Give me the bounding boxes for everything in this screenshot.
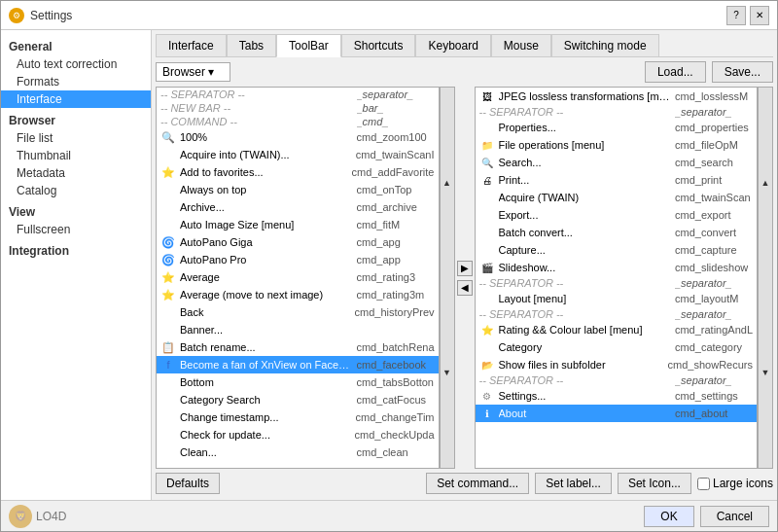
right-list-item[interactable]: Layout [menu] cmd_layoutM: [476, 290, 758, 307]
tab-mouse[interactable]: Mouse: [491, 34, 551, 56]
scroll-down-btn[interactable]: ▼: [441, 278, 454, 469]
logo-icon: 🦁: [9, 505, 32, 528]
scroll-up-right-btn[interactable]: ▲: [759, 88, 772, 278]
sidebar-item-file-list[interactable]: File list: [1, 129, 151, 147]
right-scroll: ▲ ▼: [758, 87, 773, 469]
tab-keyboard[interactable]: Keyboard: [415, 34, 490, 56]
right-list-item[interactable]: -- SEPARATOR -- _separator_: [476, 373, 758, 387]
arrow-right-btn[interactable]: ▶: [457, 261, 473, 276]
sidebar-item-catalog[interactable]: Catalog: [1, 182, 151, 199]
sidebar-section-integration[interactable]: Integration: [1, 242, 151, 260]
set-command-button[interactable]: Set command...: [426, 473, 529, 494]
bottom-right-btns: Set command... Set label... Set Icon... …: [426, 473, 773, 494]
right-list-item[interactable]: Capture... cmd_capture: [476, 241, 758, 259]
list-item[interactable]: Bottom cmd_tabsBotton: [157, 373, 439, 391]
large-icons-checkbox[interactable]: [697, 478, 710, 490]
right-list-item[interactable]: 🖨 Print... cmd_print: [476, 171, 758, 189]
list-item[interactable]: -- NEW BAR -- _bar_: [157, 101, 439, 115]
list-item[interactable]: Clean... cmd_clean: [157, 443, 439, 461]
list-item[interactable]: -- SEPARATOR -- _separator_: [157, 88, 439, 101]
right-list-item[interactable]: -- SEPARATOR -- _separator_: [476, 105, 758, 119]
sidebar-section-view[interactable]: View: [1, 203, 151, 221]
title-bar: ⚙ Settings ? ✕: [1, 1, 777, 30]
tab-shortcuts[interactable]: Shortcuts: [341, 34, 416, 56]
toolbar-area: Browser ▾ Load... Save...: [156, 61, 773, 83]
right-list-item-about[interactable]: ℹ About cmd_about: [476, 405, 758, 422]
command-list[interactable]: -- SEPARATOR -- _separator_ -- NEW BAR -…: [156, 87, 440, 469]
footer-buttons: OK Cancel: [644, 506, 769, 527]
set-label-button[interactable]: Set label...: [535, 473, 612, 494]
load-button[interactable]: Load...: [645, 61, 706, 83]
list-item[interactable]: 📋 Batch rename... cmd_batchRena: [157, 338, 439, 356]
set-icon-button[interactable]: Set Icon...: [618, 473, 691, 494]
list-item[interactable]: ⭐ Average cmd_rating3: [157, 268, 439, 286]
main-content: General Auto text correction Formats Int…: [1, 30, 777, 500]
scroll-buttons-left: ▲ ▼: [440, 87, 455, 469]
list-item[interactable]: -- COMMAND -- _cmd_: [157, 115, 439, 128]
sidebar-section-general[interactable]: General: [1, 38, 151, 55]
list-item[interactable]: Always on top cmd_onTop: [157, 181, 439, 198]
list-item-category-search[interactable]: Category Search cmd_catFocus: [157, 391, 439, 408]
large-icons-label[interactable]: Large icons: [697, 477, 773, 490]
tab-toolbar[interactable]: ToolBar: [276, 34, 341, 57]
list-item[interactable]: ⭐ Add to favorites... cmd_addFavorite: [157, 163, 439, 181]
list-item-facebook[interactable]: f Become a fan of XnView on Facebook... …: [157, 356, 439, 373]
right-list-item[interactable]: Acquire (TWAIN) cmd_twainScan: [476, 189, 758, 206]
help-button[interactable]: ?: [726, 6, 746, 25]
sidebar-section-browser[interactable]: Browser: [1, 112, 151, 129]
list-item[interactable]: Back cmd_historyPrev: [157, 303, 439, 321]
title-bar-left: ⚙ Settings: [9, 8, 72, 23]
right-list-item[interactable]: 📂 Show files in subfolder cmd_showRecurs: [476, 356, 758, 373]
cancel-button[interactable]: Cancel: [700, 506, 769, 527]
list-item[interactable]: Acquire into (TWAIN)... cmd_twainScanI: [157, 146, 439, 163]
list-item[interactable]: ⭐ Average (move to next image) cmd_ratin…: [157, 286, 439, 303]
list-item[interactable]: Auto Image Size [menu] cmd_fitM: [157, 216, 439, 233]
browser-dropdown[interactable]: Browser ▾: [156, 62, 230, 82]
list-item[interactable]: 🔍 100% cmd_zoom100: [157, 128, 439, 146]
footer: 🦁 LO4D OK Cancel: [1, 500, 777, 531]
right-list-item[interactable]: 🖼 JPEG lossless transformations [menu] c…: [476, 88, 758, 105]
left-panel: -- SEPARATOR -- _separator_ -- NEW BAR -…: [156, 87, 455, 469]
sidebar-item-metadata[interactable]: Metadata: [1, 164, 151, 182]
right-list-item[interactable]: 🔍 Search... cmd_search: [476, 154, 758, 171]
right-list-item[interactable]: -- SEPARATOR -- _separator_: [476, 307, 758, 321]
tab-tabs[interactable]: Tabs: [227, 34, 276, 56]
bottom-bar: Defaults Set command... Set label... Set…: [156, 469, 773, 496]
right-panel: 🖼 JPEG lossless transformations [menu] c…: [475, 87, 774, 469]
right-command-list[interactable]: 🖼 JPEG lossless transformations [menu] c…: [475, 87, 759, 469]
save-button[interactable]: Save...: [712, 61, 773, 83]
list-item[interactable]: Banner...: [157, 321, 439, 338]
list-item[interactable]: Archive... cmd_archive: [157, 198, 439, 216]
right-list-item[interactable]: ⚙ Settings... cmd_settings: [476, 387, 758, 405]
app-icon: ⚙: [9, 8, 24, 23]
right-list-item[interactable]: Properties... cmd_properties: [476, 119, 758, 136]
right-list-item[interactable]: Category cmd_category: [476, 338, 758, 356]
sidebar-item-interface[interactable]: Interface: [1, 90, 151, 108]
ok-button[interactable]: OK: [644, 506, 693, 527]
arrow-left-btn[interactable]: ◀: [457, 280, 473, 296]
sidebar-item-thumbnail[interactable]: Thumbnail: [1, 147, 151, 164]
right-list-item[interactable]: 📁 File operations [menu] cmd_fileOpM: [476, 136, 758, 154]
scroll-down-right-btn[interactable]: ▼: [759, 278, 772, 469]
right-list-item[interactable]: 🎬 Slideshow... cmd_slideshow: [476, 259, 758, 276]
right-list-item[interactable]: Batch convert... cmd_convert: [476, 224, 758, 241]
scroll-up-btn[interactable]: ▲: [441, 88, 454, 278]
right-list-item[interactable]: Export... cmd_export: [476, 206, 758, 224]
sidebar-item-auto-text-correction[interactable]: Auto text correction: [1, 55, 151, 73]
title-bar-buttons: ? ✕: [726, 6, 769, 25]
sidebar-item-fullscreen[interactable]: Fullscreen: [1, 221, 151, 238]
tab-interface[interactable]: Interface: [156, 34, 227, 56]
defaults-button[interactable]: Defaults: [156, 473, 220, 494]
main-panel: Interface Tabs ToolBar Shortcuts Keyboar…: [152, 30, 777, 500]
list-item[interactable]: 🌀 AutoPano Giga cmd_apg: [157, 233, 439, 251]
list-item[interactable]: Change timestamp... cmd_changeTim: [157, 408, 439, 426]
list-item[interactable]: 🌀 AutoPano Pro cmd_app: [157, 251, 439, 268]
list-item[interactable]: Check for update... cmd_checkUpda: [157, 426, 439, 443]
tab-switching-mode[interactable]: Switching mode: [551, 34, 659, 56]
right-list-item[interactable]: ⭐ Rating && Colour label [menu] cmd_rati…: [476, 321, 758, 338]
right-list-item[interactable]: -- SEPARATOR -- _separator_: [476, 276, 758, 290]
sidebar-item-formats[interactable]: Formats: [1, 73, 151, 90]
close-button[interactable]: ✕: [750, 6, 769, 25]
tabs-bar: Interface Tabs ToolBar Shortcuts Keyboar…: [156, 34, 773, 57]
mid-arrows: ▶ ◀: [455, 87, 475, 469]
